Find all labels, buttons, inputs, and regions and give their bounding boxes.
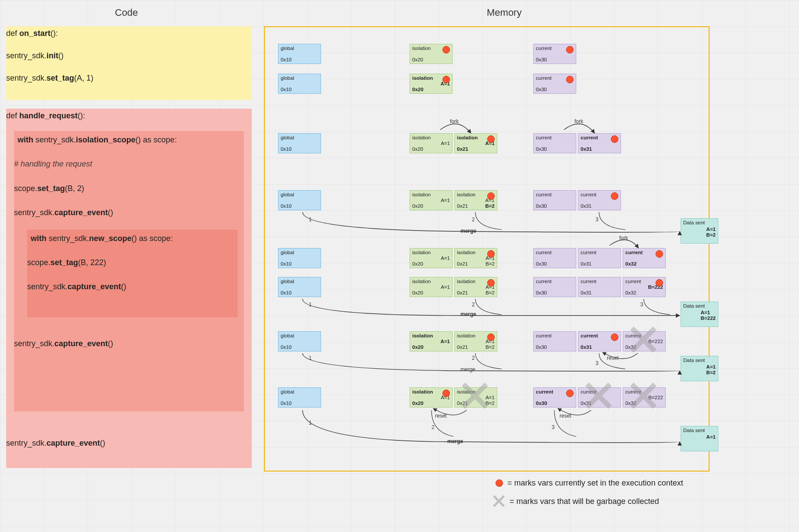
mem-current: current 0x30 [533,331,576,351]
memory-column-title: Memory [487,7,521,18]
mem-global: global 0x10 [278,248,321,268]
mem-global: global 0x10 [278,277,321,297]
mem-current: current 0x30 [533,133,576,153]
mem-global: global 0x10 [278,44,321,64]
mem-current: current 0x30 [533,248,576,268]
reset-label: reset [434,413,448,419]
active-dot-icon [656,250,663,258]
mem-isolation: isolation 0x21 A=1 B=2 [454,277,497,297]
mem-current: current 0x31 [578,331,621,351]
active-dot-icon [496,479,503,487]
merge-label: merge [460,311,477,317]
code-line: sentry_sdk.init() [6,49,252,63]
merge-num: 3 [595,216,599,223]
data-sent-box: Data sent A=1 B=222 [681,301,718,327]
reset-label: reset [559,413,572,419]
code-line: # handling the request [14,157,244,171]
code-block-new-scope: with sentry_sdk.new_scope() as scope: sc… [27,230,238,317]
mem-isolation: isolation 0x20 A=1 [410,133,453,153]
active-dot-icon [442,76,450,83]
mem-isolation-gc: isolation 0x21 A=1 B=2 [454,387,497,408]
merge-label: merge [446,438,464,444]
merge-num: 2 [471,216,476,223]
data-sent-box: Data sent A=1 [681,426,718,451]
mem-current: current 0x31 [578,190,621,210]
merge-num: 1 [308,301,313,308]
legend-text: = marks vars that will be garbage collec… [510,497,659,506]
mem-current: current 0x32 B=222 [623,277,666,297]
legend-text: = marks vars currently set in the execut… [507,479,683,488]
legend-gc: = marks vars that will be garbage collec… [493,495,659,507]
active-dot-icon [566,46,574,53]
code-line: def handle_request(): [6,109,252,123]
mem-current-fork: current 0x32 [623,248,666,268]
fork-label: fork [618,235,629,241]
merge-num: 1 [308,355,313,361]
mem-global: global 0x10 [278,331,321,351]
code-line: scope.set_tag(B, 2) [14,181,244,196]
active-dot-icon [442,390,450,397]
code-line: sentry_sdk.capture_event() [14,206,244,220]
mem-current: current 0x30 [533,74,576,94]
code-line: def def on_start():on_start(): [6,26,252,41]
merge-label: merge [460,228,477,234]
mem-isolation: isolation 0x20 A=1 [410,387,453,408]
active-dot-icon [487,279,495,287]
data-sent-box: Data sent A=1 B=2 [681,356,718,381]
mem-isolation: isolation 0x20 A=1 [410,331,453,351]
active-dot-icon [566,76,574,83]
active-dot-icon [487,333,495,341]
mem-current: current 0x30 [533,387,576,408]
mem-isolation: isolation 0x20 A=1 [410,277,453,297]
active-dot-icon [611,135,618,143]
merge-num: 1 [308,420,313,426]
mem-current-gc: current 0x32 B=222 [623,387,666,408]
merge-num: 3 [595,360,599,366]
mem-isolation: isolation 0x20 A=1 [410,74,453,94]
mem-current-fork: current 0x31 [578,133,621,153]
diagram-root: Code Memory def def on_start():on_start(… [0,0,799,532]
merge-num: 2 [471,355,476,361]
active-dot-icon [611,333,618,341]
active-dot-icon [487,192,495,200]
code-block-on-start: def def on_start():on_start(): sentry_sd… [6,26,252,100]
active-dot-icon [656,279,663,287]
legend-active: = marks vars currently set in the execut… [496,479,683,488]
merge-num: 1 [308,216,313,223]
active-dot-icon [442,46,450,53]
active-dot-icon [487,135,495,143]
mem-isolation: isolation 0x20 A=1 [410,248,453,268]
code-line: sentry_sdk.capture_event() [27,280,238,294]
merge-num: 3 [639,301,644,308]
active-dot-icon [487,250,495,258]
mem-isolation: isolation 0x20 [410,44,453,64]
active-dot-icon [611,192,618,200]
mem-current: current 0x30 [533,277,576,297]
fork-label: fork [449,118,460,124]
reset-label: reset [606,355,620,361]
mem-current: current 0x31 [578,277,621,297]
code-block-isolation-scope: with sentry_sdk.isolation_scope() as sco… [14,131,244,411]
mem-current: current 0x30 [533,190,576,210]
code-column-title: Code [115,7,138,18]
merge-num: 2 [431,424,435,430]
code-line: scope.set_tag(B, 222) [27,255,238,270]
gc-icon [493,495,505,507]
mem-isolation-fork: isolation 0x21 A=1 [454,133,497,153]
code-line: with sentry_sdk.new_scope() as scope: [27,230,238,246]
mem-global: global 0x10 [278,74,321,94]
mem-isolation: isolation 0x20 A=1 [410,190,453,210]
mem-global: global 0x10 [278,387,321,408]
code-line: sentry_sdk.set_tag(A, 1) [6,71,252,85]
active-dot-icon [566,390,574,397]
mem-isolation: isolation 0x21 A=1 B=2 [454,331,497,351]
mem-global: global 0x10 [278,190,321,210]
merge-num: 2 [471,301,476,308]
code-line: with sentry_sdk.isolation_scope() as sco… [14,131,244,147]
mem-current: current 0x30 [533,44,576,64]
merge-num: 3 [551,424,556,430]
mem-current-gc: current 0x31 [578,387,621,408]
fork-label: fork [574,118,584,124]
mem-isolation: isolation 0x21 A=1 B=2 [454,248,497,268]
code-block-handle-request: def handle_request(): with sentry_sdk.is… [6,109,252,468]
